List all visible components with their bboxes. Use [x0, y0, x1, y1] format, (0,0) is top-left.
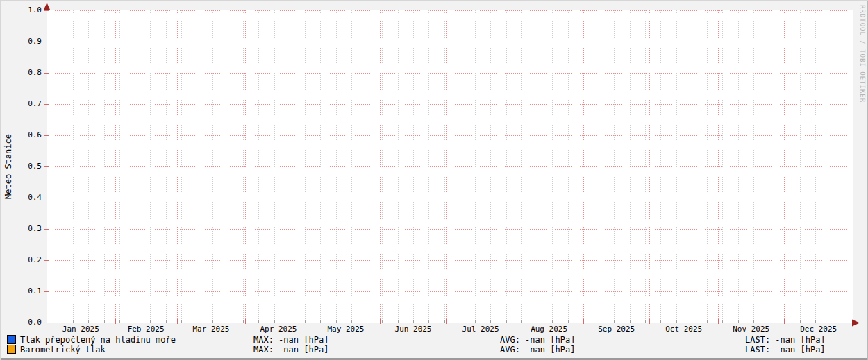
x-tick-label: Aug 2025 — [518, 325, 581, 334]
x-tick-label: Jul 2025 — [449, 325, 512, 334]
y-tick-label: 0.1 — [0, 286, 42, 295]
y-tick-label: 0.0 — [0, 318, 42, 327]
x-tick-label: May 2025 — [315, 325, 377, 334]
x-tick-label: Feb 2025 — [115, 325, 177, 334]
x-tick-label: Apr 2025 — [247, 325, 310, 334]
y-tick-label: 0.9 — [0, 37, 42, 46]
x-tick-label: Dec 2025 — [787, 325, 850, 334]
rrdtool-watermark: RRDTOOL / TOBI OETIKER — [859, 5, 866, 103]
y-tick-label: 1.0 — [0, 6, 42, 15]
y-tick-label: 0.7 — [0, 99, 42, 108]
y-tick-label: 0.8 — [0, 68, 42, 77]
x-tick-label: Jan 2025 — [49, 325, 112, 334]
x-tick-label: Jun 2025 — [382, 325, 444, 334]
x-tick-label: Mar 2025 — [180, 325, 242, 334]
y-tick-label: 0.2 — [0, 255, 42, 264]
x-tick-label: Oct 2025 — [653, 325, 715, 334]
x-tick-label: Nov 2025 — [720, 325, 783, 334]
x-tick-label: Sep 2025 — [585, 325, 648, 334]
rrdtool-graph: Meteo Stanice 1.00.90.80.70.60.50.40.30.… — [0, 0, 868, 360]
y-tick-label: 0.5 — [0, 162, 42, 171]
y-tick-label: 0.4 — [0, 193, 42, 202]
y-tick-label: 0.3 — [0, 224, 42, 233]
y-tick-label: 0.6 — [0, 130, 42, 139]
plot-area — [0, 0, 868, 360]
